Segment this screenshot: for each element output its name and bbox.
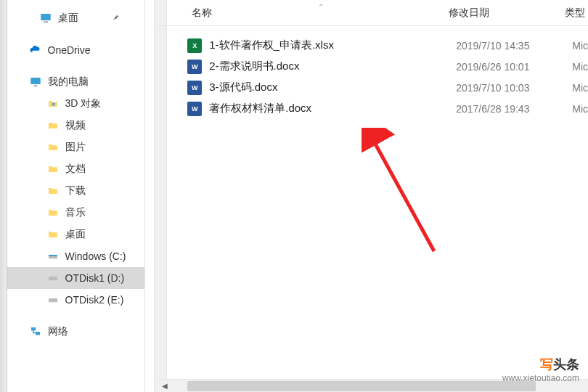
sidebar-item-downloads[interactable]: 下载 [7,180,145,202]
sidebar-item-label: 网络 [48,325,68,338]
file-list: X 1-软件著作权_申请表.xlsx 2019/7/10 14:35 Mic W… [158,26,588,379]
folder-icon [46,163,60,176]
drive-icon [46,293,60,306]
onedrive-icon [29,44,42,57]
file-date: 2019/6/26 10:01 [456,61,572,73]
folder-icon [46,228,60,241]
pin-icon [111,12,120,24]
sidebar-item-label: OneDrive [48,44,91,56]
excel-file-icon: X [187,38,202,53]
sidebar-item-label: 下载 [65,184,86,197]
file-date: 2017/6/28 19:43 [456,103,572,115]
sidebar-item-network[interactable]: 网络 [7,321,145,343]
folder-icon [46,97,60,110]
sidebar-item-label: 桌面 [58,12,78,25]
computer-icon [29,75,42,89]
file-date: 2019/7/10 10:03 [456,82,572,94]
file-date: 2019/7/10 14:35 [456,40,572,52]
sidebar-item-label: OTDisk1 (D:) [65,272,125,284]
svg-rect-1 [44,22,48,23]
file-type: Mic [572,61,588,73]
file-row[interactable]: W 2-需求说明书.docx 2019/6/26 10:01 Mic [187,56,588,77]
file-list-pane: 名称 ⌃ 修改日期 类型 X 1-软件著作权_申请表.xlsx 2019/7/1… [158,0,588,392]
word-file-icon: W [187,60,202,74]
file-row[interactable]: W 著作权材料清单.docx 2017/6/28 19:43 Mic [187,98,588,119]
drive-icon [46,250,60,263]
svg-rect-7 [49,277,57,280]
svg-rect-8 [49,298,57,302]
scroll-left-icon[interactable]: ◀ [158,380,171,393]
sidebar-item-label: Windows (C:) [65,250,126,262]
word-file-icon: W [187,81,202,95]
desktop-icon [39,12,52,25]
folder-icon [46,119,60,132]
svg-line-11 [372,139,434,251]
file-type: Mic [572,40,588,52]
sidebar-item-onedrive[interactable]: OneDrive [7,39,145,61]
folder-icon [46,141,60,154]
network-icon [29,325,42,338]
folder-icon [46,184,60,197]
svg-rect-2 [30,78,41,84]
window-left-edge [0,0,7,392]
folder-icon [46,206,60,219]
file-name: 2-需求说明书.docx [209,60,456,73]
sidebar-item-label: 图片 [65,141,86,154]
svg-rect-0 [41,14,51,20]
sidebar-item-label: 视频 [65,119,86,132]
svg-rect-9 [31,327,36,331]
sort-indicator-icon: ⌃ [318,3,324,11]
column-header-type[interactable]: 类型 [565,7,588,20]
sidebar-item-desktop-pinned[interactable]: 桌面 [7,7,145,29]
file-name: 1-软件著作权_申请表.xlsx [209,38,456,52]
sidebar-item-drive-c[interactable]: Windows (C:) [7,245,145,267]
sidebar-item-drive-e[interactable]: OTDisk2 (E:) [7,289,145,311]
sidebar-item-documents[interactable]: 文档 [7,158,145,180]
word-file-icon: W [187,102,202,116]
svg-rect-3 [33,86,37,87]
sidebar-item-label: 文档 [65,163,86,176]
sidebar-item-thispc[interactable]: 我的电脑 [7,71,145,93]
sidebar-item-music[interactable]: 音乐 [7,202,145,224]
column-header-row: 名称 ⌃ 修改日期 类型 [158,0,588,26]
sidebar-item-desktop[interactable]: 桌面 [7,224,145,245]
file-row[interactable]: W 3-源代码.docx 2019/7/10 10:03 Mic [187,77,588,98]
column-header-date[interactable]: 修改日期 [449,7,565,20]
sidebar-item-drive-d[interactable]: OTDisk1 (D:) [7,267,145,289]
sidebar-item-3dobjects[interactable]: 3D 对象 [7,93,145,115]
file-row[interactable]: X 1-软件著作权_申请表.xlsx 2019/7/10 14:35 Mic [187,35,588,56]
sidebar-item-label: 3D 对象 [65,97,102,110]
annotation-arrow-icon [362,128,449,258]
sidebar-item-label: OTDisk2 (E:) [65,294,124,306]
scrollbar-thumb[interactable] [187,381,536,391]
file-type: Mic [572,82,588,94]
watermark: 写头条 www.xietoutiao.com [502,356,579,383]
file-type: Mic [572,103,588,115]
svg-rect-6 [49,255,57,256]
sidebar-item-videos[interactable]: 视频 [7,115,145,136]
navigation-sidebar: 桌面 OneDrive 我的电脑 3D 对象 视频 [7,0,146,392]
file-name: 3-源代码.docx [209,81,456,94]
file-name: 著作权材料清单.docx [209,102,456,115]
watermark-url: www.xietoutiao.com [502,373,579,383]
sidebar-item-label: 桌面 [65,228,86,241]
sidebar-item-pictures[interactable]: 图片 [7,136,145,158]
drive-icon [46,271,60,285]
sidebar-item-label: 音乐 [65,206,86,219]
sidebar-item-label: 我的电脑 [48,75,89,89]
